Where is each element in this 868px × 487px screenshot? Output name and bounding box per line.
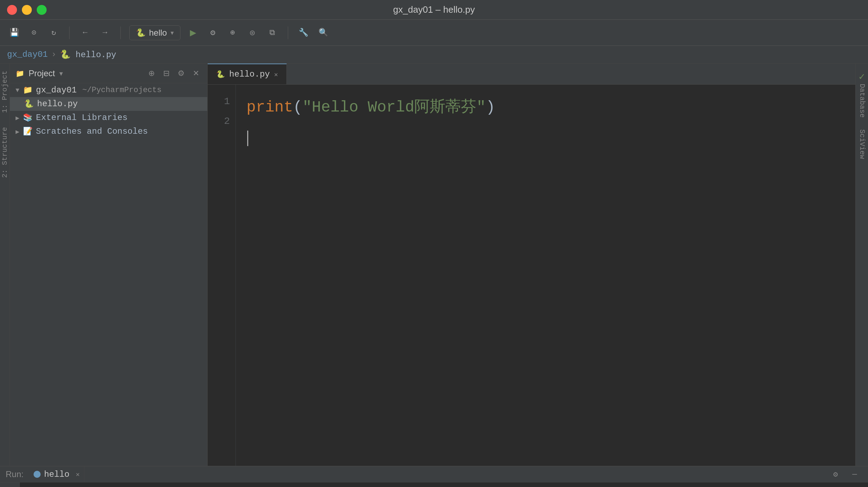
tree-arrow-scratches: ▶ [16, 128, 19, 136]
line-numbers: 1 2 [208, 85, 236, 466]
scratches-icon: 📝 [23, 127, 32, 136]
file-icon-hello: 🐍 [24, 99, 34, 109]
structure-tab-vertical[interactable]: 2: Structure [0, 124, 10, 181]
reload-button[interactable]: ↻ [47, 26, 61, 40]
run-panel-left-icons: ▶ ■ ↑ ↓ ⊟ ⊞ 📌 🖨 🗑 [0, 482, 20, 487]
right-sidebar: ✓ Database SciView [855, 64, 868, 466]
window-controls [7, 5, 47, 15]
build-button[interactable]: ⚙ [206, 26, 220, 40]
tree-item-root[interactable]: ▼ 📁 gx_day01 ~/PycharmProjects [10, 83, 207, 97]
file-icon-breadcrumb: 🐍 [60, 50, 71, 60]
forward-button[interactable]: → [98, 26, 112, 40]
project-panel-header: 📁 Project ▾ ⊕ ⊟ ⚙ ✕ [10, 64, 207, 83]
project-panel-icon: 📁 [16, 69, 24, 78]
project-tab-vertical[interactable]: 1: Project [0, 67, 10, 116]
breadcrumb-project[interactable]: gx_day01 [7, 50, 48, 59]
toolbar-separator-2 [120, 26, 121, 39]
tree-item-label-scratches: Scratches and Consoles [36, 127, 148, 136]
line-number-1: 1 [208, 92, 230, 112]
titlebar: gx_day01 – hello.py [0, 0, 868, 20]
profile-button[interactable]: ◎ [245, 26, 260, 40]
code-content[interactable]: print("Hello World阿斯蒂芬") [236, 85, 855, 466]
search-button[interactable]: 🔍 [316, 26, 331, 40]
tree-item-path-root: ~/PycharmProjects [82, 86, 161, 95]
breadcrumb-separator: › [51, 50, 56, 59]
panel-header-right: ⚙ — [828, 467, 862, 482]
panel-settings-icon[interactable]: ⚙ [828, 467, 843, 482]
run-config-chevron: ▾ [171, 29, 174, 37]
editor-tabs: 🐍 hello.py ✕ [208, 64, 855, 85]
run-tab-name: hello [44, 470, 70, 479]
run-config-label: hello [149, 28, 167, 38]
panel-header-actions: ⊕ ⊟ ⚙ ✕ [146, 68, 202, 79]
vcs-button[interactable]: ⧉ [265, 26, 279, 40]
locate-button[interactable]: ⊕ [146, 68, 157, 79]
breadcrumb-file[interactable]: 🐍 hello.py [60, 49, 117, 60]
run-config-icon: 🐍 [136, 28, 145, 37]
code-close-paren: ) [486, 92, 495, 123]
settings-button[interactable]: 🔧 [297, 26, 311, 40]
code-keyword-print: print [246, 92, 293, 123]
tree-arrow-external: ▶ [16, 114, 19, 122]
minimize-button[interactable] [22, 5, 32, 15]
tree-arrow-root: ▼ [16, 87, 19, 94]
tree-item-label-root: gx_day01 [36, 85, 77, 95]
tree-item-label-external: External Libraries [36, 113, 127, 122]
code-editor[interactable]: 1 2 print("Hello World阿斯蒂芬") [208, 85, 855, 466]
project-panel: 📁 Project ▾ ⊕ ⊟ ⚙ ✕ ▼ 📁 gx_day01 ~/Pycha… [10, 64, 208, 466]
coverage-button[interactable]: ⊕ [226, 26, 240, 40]
toolbar-separator-3 [288, 26, 288, 39]
collapse-button[interactable]: ⊟ [161, 68, 172, 79]
tree-item-external[interactable]: ▶ 📚 External Libraries [10, 111, 207, 125]
tab-close-button[interactable]: ✕ [274, 71, 278, 78]
line-number-2: 2 [208, 112, 230, 131]
back-button[interactable]: ← [78, 26, 92, 40]
window-title: gx_day01 – hello.py [393, 4, 475, 15]
run-tab-close[interactable]: ✕ [76, 470, 80, 478]
run-config-button[interactable]: 🐍 hello ▾ [129, 25, 180, 40]
run-output: ▶ ■ ↑ ↓ ⊟ ⊞ 📌 🖨 🗑 /Library/Frameworks/Py… [0, 482, 868, 487]
code-string: "Hello World阿斯蒂芬" [302, 92, 486, 123]
main-layout: 1: Project 2: Structure 📁 Project ▾ ⊕ ⊟ … [0, 64, 868, 466]
panel-close-icon[interactable]: — [847, 467, 862, 482]
settings-panel-button[interactable]: ⚙ [176, 68, 187, 79]
project-panel-title: Project [29, 68, 55, 78]
database-tab[interactable]: Database [854, 82, 868, 119]
breadcrumb: gx_day01 › 🐍 hello.py [0, 46, 868, 64]
code-line-1: print("Hello World阿斯蒂芬") [246, 92, 845, 123]
code-open-paren: ( [293, 92, 302, 123]
run-tab-dot [34, 471, 41, 478]
text-cursor [247, 131, 248, 146]
close-panel-button[interactable]: ✕ [190, 68, 202, 79]
run-button[interactable]: ▶ [186, 26, 200, 40]
tree-item-label-hello: hello.py [37, 99, 78, 109]
run-tab-hello[interactable]: hello ✕ [29, 467, 84, 482]
save-button[interactable]: 💾 [7, 26, 21, 40]
code-line-2 [246, 123, 845, 154]
sciview-tab[interactable]: SciView [854, 128, 868, 160]
external-lib-icon: 📚 [23, 113, 32, 122]
bottom-panel: Run: hello ✕ ⚙ — ▶ ■ ↑ ↓ ⊟ ⊞ 📌 🖨 🗑 [0, 466, 868, 487]
editor-area: 🐍 hello.py ✕ 1 2 print("Hello World阿斯蒂芬"… [208, 64, 855, 466]
tab-file-icon: 🐍 [216, 70, 225, 79]
tree-item-hello[interactable]: 🐍 hello.py [10, 97, 207, 111]
run-label: Run: [6, 469, 24, 479]
bottom-panel-header: Run: hello ✕ ⚙ — [0, 467, 868, 482]
editor-tab-hello[interactable]: 🐍 hello.py ✕ [208, 64, 287, 84]
toolbar-separator [69, 26, 70, 39]
folder-icon-root: 📁 [23, 85, 32, 95]
tree-item-scratches[interactable]: ▶ 📝 Scratches and Consoles [10, 125, 207, 138]
close-button[interactable] [7, 5, 17, 15]
maximize-button[interactable] [37, 5, 47, 15]
main-toolbar: 💾 ⊙ ↻ ← → 🐍 hello ▾ ▶ ⚙ ⊕ ◎ ⧉ 🔧 🔍 [0, 20, 868, 46]
left-sidebar-tabs: 1: Project 2: Structure [0, 64, 10, 466]
tab-label: hello.py [229, 70, 270, 79]
project-panel-chevron[interactable]: ▾ [59, 69, 63, 78]
run-output-content: /Library/Frameworks/Python.framework/Ver… [20, 482, 868, 487]
sync-button[interactable]: ⊙ [27, 26, 41, 40]
